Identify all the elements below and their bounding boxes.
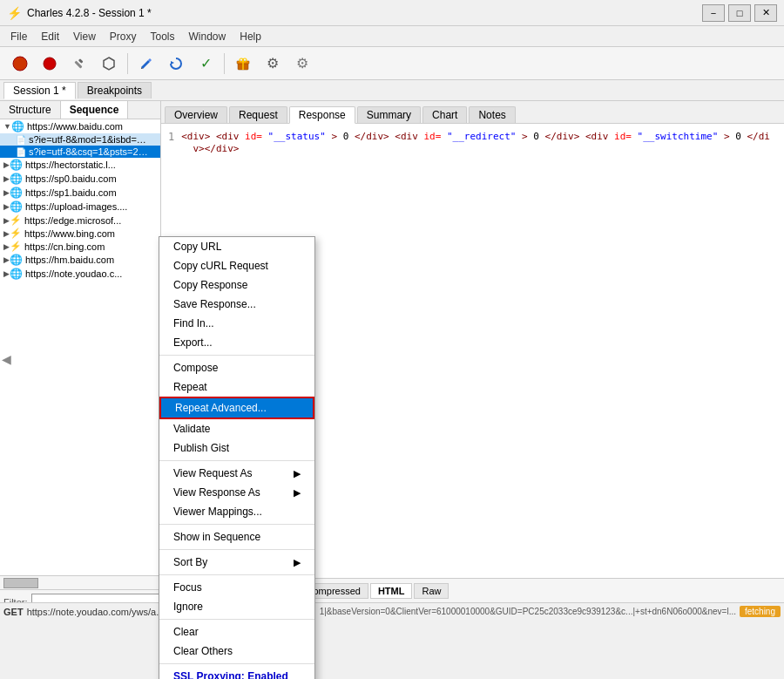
- tree-item-upload[interactable]: ▶ 🌐 https://upload-images....: [0, 200, 160, 214]
- ctx-viewer-mappings[interactable]: Viewer Mappings...: [159, 502, 314, 521]
- ctx-export[interactable]: Export...: [159, 333, 314, 352]
- ctx-find-in[interactable]: Find In...: [159, 314, 314, 333]
- tab-response[interactable]: Response: [289, 106, 355, 124]
- code-line-1: 1 <div> <div id= "__status" > 0 </div> <…: [168, 131, 777, 143]
- filter-label: Filter:: [3, 597, 28, 603]
- tree-item-label: https://edge.microsof...: [24, 215, 121, 226]
- tab-notes[interactable]: Notes: [469, 106, 515, 123]
- menu-bar: File Edit View Proxy Tools Window Help: [0, 26, 784, 47]
- tree-item-baidu[interactable]: ▼ 🌐 https://www.baidu.com: [0, 119, 160, 133]
- globe-icon: 🌐: [10, 200, 23, 213]
- tab-breakpoints[interactable]: Breakpoints: [78, 82, 152, 98]
- submenu-arrow-icon: ▶: [294, 487, 301, 499]
- close-button[interactable]: ✕: [754, 4, 777, 22]
- ctx-show-in-sequence[interactable]: Show in Sequence: [159, 527, 314, 547]
- tab-chart[interactable]: Chart: [422, 106, 467, 123]
- left-panel: Structure Sequence ▼ 🌐 https://www.baidu…: [0, 101, 161, 602]
- ctx-copy-curl[interactable]: Copy cURL Request: [159, 256, 314, 275]
- ctx-clear[interactable]: Clear: [159, 622, 314, 642]
- ctx-sep-7: [159, 663, 314, 664]
- filter-input[interactable]: [31, 594, 160, 603]
- tree-item-label: s?ie=utf-8&mod=1&isbd=2E793DD366...: [29, 134, 151, 145]
- lightning-icon: ⚡: [10, 241, 22, 252]
- svg-rect-2: [78, 58, 84, 64]
- minimize-button[interactable]: −: [702, 4, 725, 22]
- refresh-button[interactable]: [163, 51, 189, 77]
- record-stop-button[interactable]: [7, 51, 33, 77]
- ctx-sep-3: [159, 524, 314, 525]
- tree-item-label: https://hm.baidu.com: [25, 255, 114, 265]
- ctx-focus[interactable]: Focus: [159, 578, 314, 597]
- menu-tools[interactable]: Tools: [144, 29, 182, 44]
- svg-point-0: [13, 57, 27, 71]
- menu-help[interactable]: Help: [233, 29, 268, 44]
- ctx-clear-others[interactable]: Clear Others: [159, 642, 314, 661]
- ctx-repeat[interactable]: Repeat: [159, 377, 314, 397]
- tree-item-bing[interactable]: ▶ ⚡ https://www.bing.com: [0, 227, 160, 240]
- pencil-button[interactable]: [133, 51, 159, 77]
- globe-icon: 🌐: [10, 254, 23, 266]
- tree-item-sp0[interactable]: ▶ 🌐 https://sp0.baidu.com: [0, 172, 160, 186]
- menu-window[interactable]: Window: [182, 29, 233, 44]
- expand-icon: ▼: [3, 122, 11, 131]
- menu-edit[interactable]: Edit: [34, 29, 66, 44]
- check-button[interactable]: ✓: [193, 51, 219, 77]
- tree-area[interactable]: ▼ 🌐 https://www.baidu.com 📄 s?ie=utf-8&m…: [0, 119, 160, 575]
- ctx-view-response-as[interactable]: View Response As ▶: [159, 483, 314, 502]
- ctx-save-response[interactable]: Save Response...: [159, 295, 314, 314]
- tab-structure[interactable]: Structure: [0, 101, 61, 119]
- ctx-view-request-as[interactable]: View Request As ▶: [159, 464, 314, 483]
- scroll-thumb[interactable]: [3, 578, 38, 588]
- tab-request[interactable]: Request: [229, 106, 287, 123]
- ctx-label: View Request As: [173, 467, 253, 479]
- tree-item-sp1[interactable]: ▶ 🌐 https://sp1.baidu.com: [0, 186, 160, 200]
- ctx-repeat-advanced[interactable]: Repeat Advanced...: [159, 397, 314, 419]
- ctx-copy-url[interactable]: Copy URL: [159, 237, 314, 256]
- globe-icon: 🌐: [10, 268, 23, 280]
- tree-item-baidu-1[interactable]: 📄 s?ie=utf-8&mod=1&isbd=2E793DD366...: [0, 133, 160, 146]
- wheel-button[interactable]: ⚙: [289, 51, 315, 77]
- window-controls: − □ ✕: [702, 4, 777, 22]
- side-arrow: ◀: [2, 352, 11, 366]
- horizontal-scrollbar[interactable]: [0, 575, 160, 589]
- tree-item-cnbing[interactable]: ▶ ⚡ https://cn.bing.com: [0, 240, 160, 253]
- gift-button[interactable]: [230, 51, 256, 77]
- svg-marker-5: [171, 61, 174, 65]
- ctx-ignore[interactable]: Ignore: [159, 597, 314, 616]
- context-menu: Copy URL Copy cURL Request Copy Response…: [159, 236, 315, 679]
- ctx-publish-gist[interactable]: Publish Gist: [159, 438, 314, 458]
- expand-icon: ▶: [3, 174, 10, 183]
- tab-session1[interactable]: Session 1 *: [3, 82, 76, 99]
- tree-item-youdao[interactable]: ▶ 🌐 https://note.youdao.c...: [0, 267, 160, 281]
- tab-html[interactable]: HTML: [370, 583, 413, 599]
- gear-button[interactable]: ⚙: [260, 51, 286, 77]
- ctx-validate[interactable]: Validate: [159, 419, 314, 438]
- tree-item-baidu-2[interactable]: 📄 s?ie=utf-8&csq=1&psts=20&mod=2&ishd=1&…: [0, 146, 160, 158]
- ctx-compose[interactable]: Compose: [159, 358, 314, 377]
- menu-view[interactable]: View: [66, 29, 103, 44]
- menu-file[interactable]: File: [3, 29, 34, 44]
- tab-overview[interactable]: Overview: [165, 106, 227, 123]
- tree-item-edge[interactable]: ▶ ⚡ https://edge.microsof...: [0, 214, 160, 227]
- expand-icon: ▶: [3, 229, 10, 238]
- tree-item-hm[interactable]: ▶ 🌐 https://hm.baidu.com: [0, 253, 160, 267]
- expand-icon: ▶: [3, 255, 10, 264]
- tab-raw[interactable]: Raw: [414, 583, 449, 599]
- left-panel-tabs: Structure Sequence: [0, 101, 160, 119]
- submenu-arrow-icon: ▶: [294, 468, 301, 479]
- ctx-sort-by[interactable]: Sort By ▶: [159, 553, 314, 572]
- tab-summary[interactable]: Summary: [357, 106, 421, 123]
- status-detail: 1|&baseVersion=0&ClientVer=61000010000&G…: [320, 607, 736, 616]
- expand-icon: ▶: [3, 202, 10, 211]
- hexagon-button[interactable]: [96, 51, 122, 77]
- ctx-copy-response[interactable]: Copy Response: [159, 275, 314, 295]
- hammer-button[interactable]: [66, 51, 92, 77]
- tab-sequence[interactable]: Sequence: [61, 101, 129, 119]
- record-button[interactable]: [37, 51, 63, 77]
- title-bar: ⚡ Charles 4.2.8 - Session 1 * − □ ✕: [0, 0, 784, 26]
- menu-proxy[interactable]: Proxy: [103, 29, 144, 44]
- code-content-2: v></div>: [181, 143, 239, 155]
- maximize-button[interactable]: □: [728, 4, 751, 22]
- ctx-ssl-label: SSL Proxying: Enabled: [159, 667, 314, 679]
- tree-item-hectorstatic[interactable]: ▶ 🌐 https://hectorstatic.l...: [0, 158, 160, 172]
